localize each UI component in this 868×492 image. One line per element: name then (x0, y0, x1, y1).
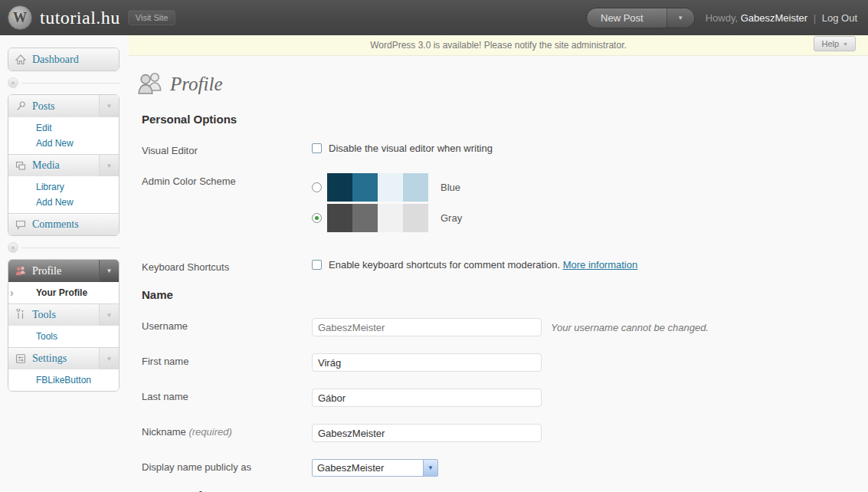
last-name-field[interactable] (312, 389, 542, 407)
color-swatch (327, 204, 352, 232)
help-button[interactable]: Help (814, 36, 856, 51)
chevron-down-icon[interactable] (99, 155, 119, 176)
keyboard-shortcuts-checkbox[interactable] (312, 260, 322, 270)
sidebar-item-media-add-new[interactable]: Add New (8, 195, 119, 210)
settings-submenu: FBLikeButton (8, 369, 119, 391)
new-post-button[interactable]: New Post (586, 8, 695, 28)
gray-scheme-radio[interactable] (312, 213, 322, 223)
field-label: Nickname (required) (142, 424, 312, 438)
gray-scheme-swatches (327, 204, 428, 232)
chevron-down-icon[interactable] (99, 304, 119, 326)
profile-submenu: Your Profile (8, 282, 119, 303)
settings-icon (15, 353, 27, 365)
page-header: Profile (136, 71, 853, 97)
admin-sidebar: Dashboard Posts Edit Add New Media (0, 35, 129, 492)
tools-submenu: Tools (8, 326, 119, 347)
sidebar-item-label: Profile (32, 265, 61, 277)
color-scheme-option-gray: Gray (312, 204, 462, 232)
sidebar-item-your-profile[interactable]: Your Profile (8, 285, 119, 300)
sidebar-item-comments[interactable]: Comments (8, 213, 119, 235)
visit-site-button[interactable]: Visit Site (128, 10, 176, 25)
chevron-down-icon[interactable] (99, 260, 119, 282)
checkbox-label: Disable the visual editor when writing (329, 143, 493, 154)
color-swatch (352, 204, 378, 232)
color-swatch (327, 173, 352, 202)
field-label: Visual Editor (142, 143, 312, 156)
sidebar-item-posts-add-new[interactable]: Add New (8, 136, 119, 151)
sidebar-item-media[interactable]: Media (8, 154, 119, 176)
blue-scheme-radio[interactable] (312, 182, 322, 192)
sidebar-item-label: Comments (32, 218, 79, 231)
sidebar-item-media-library[interactable]: Library (8, 179, 119, 195)
section-contact-info: Contact Info (142, 489, 853, 492)
more-information-link[interactable]: More information (563, 259, 638, 271)
tools-icon (15, 309, 27, 321)
howdy-prefix: Howdy, (706, 12, 738, 24)
sidebar-item-tools[interactable]: Tools (8, 303, 119, 326)
sidebar-item-profile[interactable]: Profile (8, 260, 119, 282)
site-title[interactable]: tutorial.hu (40, 8, 120, 28)
howdy-text: Howdy, GabeszMeister | Log Out (706, 12, 857, 24)
blue-scheme-swatches (327, 173, 428, 202)
page-title: Profile (170, 74, 223, 95)
menu-group-content: Posts Edit Add New Media Library Add New… (8, 94, 120, 236)
field-label: Display name publicly as (142, 459, 312, 473)
display-name-select[interactable]: GabeszMeister (312, 459, 438, 477)
checkbox-label: Enable keyboard shortcuts for comment mo… (329, 259, 560, 271)
chevron-down-icon[interactable] (99, 95, 119, 117)
sidebar-item-posts-edit[interactable]: Edit (8, 120, 119, 136)
sidebar-item-fblikebutton[interactable]: FBLikeButton (8, 372, 119, 388)
new-post-label: New Post (587, 8, 667, 28)
help-label: Help (821, 39, 839, 48)
required-note: (required) (188, 426, 231, 438)
menu-group-user: Profile Your Profile Tools Tools Setting… (8, 259, 120, 392)
visual-editor-checkbox[interactable] (312, 143, 322, 153)
first-name-field[interactable] (312, 353, 542, 372)
display-name-row: Display name publicly as GabeszMeister (142, 459, 853, 477)
users-icon (15, 265, 27, 277)
log-out-link[interactable]: Log Out (822, 12, 857, 24)
field-label: First name (142, 353, 312, 367)
color-swatch (403, 173, 428, 202)
separator: | (814, 12, 816, 24)
wordpress-logo-icon: W (8, 5, 32, 30)
comments-icon (15, 218, 27, 231)
color-scheme-options: Blue Gray (312, 173, 462, 235)
color-scheme-option-blue: Blue (312, 173, 462, 202)
color-swatch (378, 204, 403, 232)
collapse-menu-icon[interactable] (8, 77, 18, 88)
admin-top-bar: W tutorial.hu Visit Site New Post Howdy,… (0, 0, 868, 35)
username-field[interactable] (312, 318, 542, 336)
house-icon (15, 54, 27, 66)
pushpin-icon (15, 100, 27, 113)
new-post-dropdown-arrow-icon[interactable] (667, 8, 694, 28)
sidebar-item-label: Settings (32, 353, 67, 365)
section-name: Name (142, 288, 853, 301)
select-dropdown-arrow-icon[interactable] (423, 460, 437, 476)
nickname-label: Nickname (142, 426, 186, 438)
scheme-name: Gray (441, 212, 462, 224)
sidebar-item-dashboard[interactable]: Dashboard (8, 48, 119, 71)
sidebar-separator (8, 242, 120, 253)
sidebar-item-label: Tools (32, 309, 56, 321)
field-label: Last name (142, 389, 312, 402)
nickname-field[interactable] (312, 424, 542, 442)
sidebar-item-tools-tools[interactable]: Tools (8, 329, 119, 344)
sidebar-separator (8, 77, 120, 88)
keyboard-shortcuts-row: Keyboard Shortcuts Enable keyboard short… (142, 259, 853, 273)
color-swatch (352, 173, 378, 202)
collapse-menu-icon[interactable] (8, 242, 18, 253)
current-username: GabeszMeister (741, 12, 807, 24)
section-personal-options: Personal Options (142, 113, 853, 126)
color-swatch (403, 204, 428, 232)
selected-value: GabeszMeister (313, 460, 423, 476)
sidebar-item-label: Media (32, 159, 60, 172)
admin-color-scheme-row: Admin Color Scheme Blue (142, 173, 853, 235)
color-swatch (378, 173, 403, 202)
sidebar-item-posts[interactable]: Posts (8, 95, 119, 117)
sidebar-item-label: Dashboard (32, 54, 79, 66)
menu-group-dashboard: Dashboard (8, 48, 120, 71)
sidebar-item-settings[interactable]: Settings (8, 347, 119, 369)
chevron-down-icon[interactable] (99, 348, 119, 369)
users-icon (136, 71, 164, 97)
